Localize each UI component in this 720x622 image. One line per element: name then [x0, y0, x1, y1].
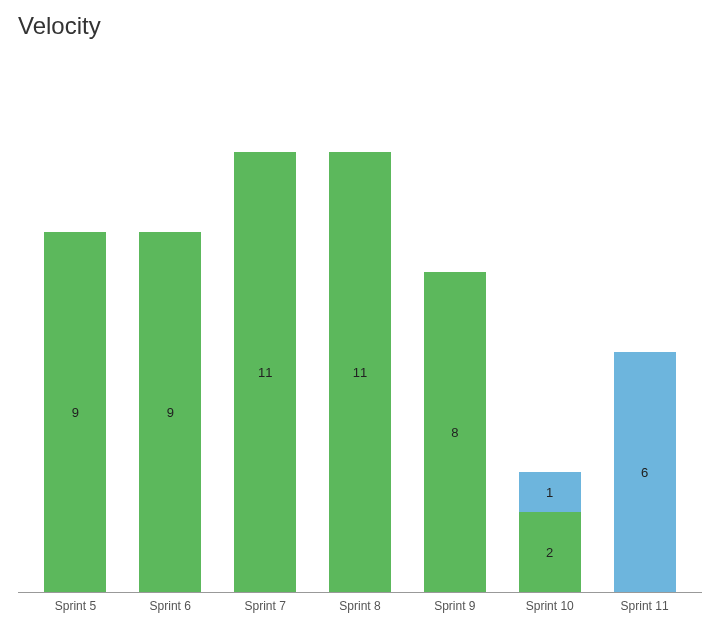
- plot-area: 9911118126: [18, 48, 702, 593]
- bar-segment-planned: 1: [519, 472, 581, 512]
- x-axis-label: Sprint 5: [28, 599, 123, 613]
- bars-row: 9911118126: [18, 48, 702, 592]
- bar-stack: 11: [234, 152, 296, 592]
- bar-slot: 6: [597, 48, 692, 592]
- bar-slot: 12: [502, 48, 597, 592]
- bar-stack: 8: [424, 272, 486, 592]
- bar-stack: 9: [139, 232, 201, 592]
- bar-segment-completed: 9: [44, 232, 106, 592]
- bar-segment-completed: 11: [329, 152, 391, 592]
- velocity-chart: Velocity 9911118126 Sprint 5Sprint 6Spri…: [0, 0, 720, 622]
- x-axis-label: Sprint 7: [218, 599, 313, 613]
- bar-slot: 11: [313, 48, 408, 592]
- x-axis-label: Sprint 9: [407, 599, 502, 613]
- bar-slot: 9: [28, 48, 123, 592]
- chart-title: Velocity: [18, 12, 702, 40]
- bar-slot: 11: [218, 48, 313, 592]
- x-axis-label: Sprint 11: [597, 599, 692, 613]
- bar-stack: 12: [519, 472, 581, 592]
- x-axis-label: Sprint 6: [123, 599, 218, 613]
- bar-stack: 9: [44, 232, 106, 592]
- bar-segment-completed: 2: [519, 512, 581, 592]
- x-axis: Sprint 5Sprint 6Sprint 7Sprint 8Sprint 9…: [18, 593, 702, 613]
- bar-segment-completed: 11: [234, 152, 296, 592]
- bar-segment-completed: 8: [424, 272, 486, 592]
- bar-stack: 6: [614, 352, 676, 592]
- bar-slot: 8: [407, 48, 502, 592]
- x-axis-label: Sprint 10: [502, 599, 597, 613]
- bar-segment-completed: 9: [139, 232, 201, 592]
- x-axis-label: Sprint 8: [313, 599, 408, 613]
- bar-segment-planned: 6: [614, 352, 676, 592]
- bar-slot: 9: [123, 48, 218, 592]
- bar-stack: 11: [329, 152, 391, 592]
